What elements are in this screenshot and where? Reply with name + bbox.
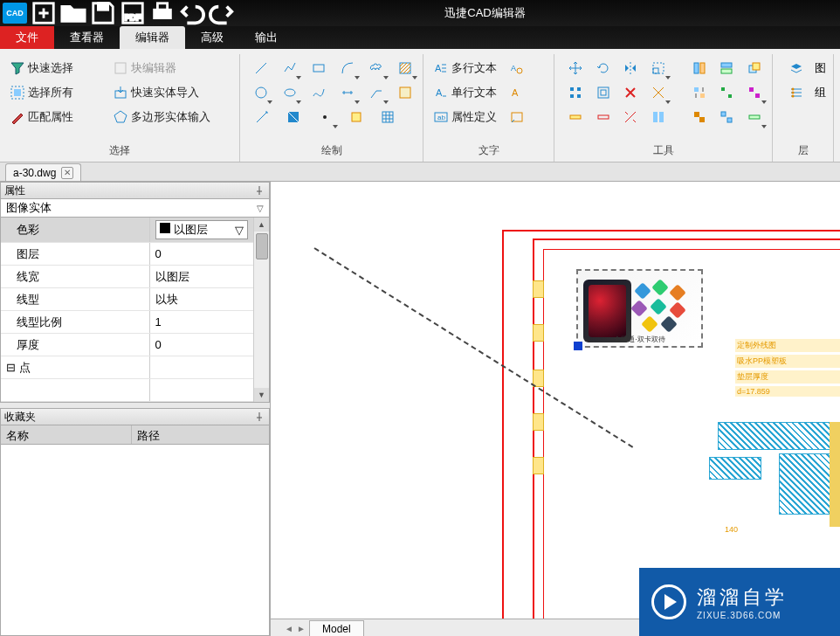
revision-cloud-tool[interactable] <box>367 58 387 79</box>
break-tool[interactable] <box>565 107 586 128</box>
menu-file[interactable]: 文件 <box>0 26 54 49</box>
menu-bar: 文件 查看器 编辑器 高级 输出 <box>0 26 840 49</box>
polyline-tool[interactable] <box>279 58 300 79</box>
circle-tool[interactable] <box>251 82 271 103</box>
multiline-text-button[interactable]: A多行文本 <box>430 59 500 78</box>
redo-button[interactable] <box>209 3 235 24</box>
group-tool[interactable] <box>689 107 710 128</box>
save-button[interactable] <box>90 3 116 24</box>
menu-viewer[interactable]: 查看器 <box>54 26 120 49</box>
rotate-tool[interactable] <box>593 58 614 79</box>
prop-layer-value[interactable]: 0 <box>149 243 253 266</box>
hatch-tool[interactable] <box>396 58 416 79</box>
scale-tool[interactable] <box>648 58 669 79</box>
offset-tool[interactable] <box>593 82 614 103</box>
menu-output[interactable]: 输出 <box>239 26 293 49</box>
chamfer-tool[interactable] <box>744 82 765 103</box>
prop-thickness-value[interactable]: 0 <box>149 334 253 356</box>
favorites-list[interactable] <box>0 445 270 636</box>
prop-layer-key: 图层 <box>1 243 149 266</box>
pin-icon[interactable] <box>253 411 265 423</box>
table-tool[interactable] <box>376 107 399 128</box>
join-tool[interactable] <box>593 107 614 128</box>
col-name[interactable]: 名称 <box>1 425 132 444</box>
text-find-button[interactable]: A <box>506 58 528 79</box>
copy-tool[interactable] <box>744 58 765 79</box>
svg-rect-42 <box>700 93 705 98</box>
document-tab[interactable]: a-30.dwg ✕ <box>5 163 81 181</box>
scroll-up-icon[interactable]: ▲ <box>254 218 269 232</box>
mirror-tool[interactable] <box>620 58 641 79</box>
open-file-button[interactable] <box>60 3 86 24</box>
svg-rect-7 <box>14 89 21 96</box>
leader-tool[interactable] <box>367 82 387 103</box>
extend-tool[interactable] <box>717 58 738 79</box>
close-tab-button[interactable]: ✕ <box>61 167 73 179</box>
print-button[interactable] <box>149 3 176 24</box>
model-tab[interactable]: Model <box>309 620 364 636</box>
undo-button[interactable] <box>179 3 205 24</box>
new-file-button[interactable] <box>31 3 57 24</box>
menu-advanced[interactable]: 高级 <box>185 26 239 49</box>
col-path[interactable]: 路径 <box>132 425 165 444</box>
menu-editor[interactable]: 编辑器 <box>120 26 185 49</box>
stretch-tool[interactable] <box>620 107 641 128</box>
array-tool[interactable] <box>565 82 586 103</box>
entity-type-value: 图像实体 <box>6 200 52 216</box>
prop-point-key[interactable]: ⊟ 点 <box>1 356 149 379</box>
svg-rect-5 <box>157 3 167 10</box>
attr-def-button[interactable]: ab属性定义 <box>430 107 500 127</box>
layer-states-button[interactable] <box>785 82 808 103</box>
quick-entity-import-button[interactable]: 快速实体导入 <box>110 83 203 102</box>
ellipse-tool[interactable] <box>279 82 300 103</box>
align-tool[interactable] <box>689 82 710 103</box>
insert-block-tool[interactable] <box>345 107 368 128</box>
dimension-tool[interactable] <box>338 82 358 103</box>
pin-icon[interactable] <box>253 184 265 197</box>
rectangle-tool[interactable] <box>308 58 328 79</box>
property-scrollbar[interactable]: ▲ ▼ <box>253 218 269 402</box>
text-icon: A <box>434 86 448 100</box>
entity-type-select[interactable]: 图像实体 ▽ <box>0 198 270 218</box>
gradient-tool[interactable] <box>282 107 305 128</box>
lengthen-tool[interactable] <box>648 107 669 128</box>
image-entity[interactable]: 全网通·双卡双待 <box>576 269 703 348</box>
text-style-button[interactable]: A <box>506 82 528 103</box>
line-tool[interactable] <box>251 58 271 79</box>
move-tool[interactable] <box>565 58 586 79</box>
svg-rect-14 <box>400 87 410 98</box>
divide-tool[interactable] <box>744 107 765 128</box>
svg-rect-35 <box>570 87 574 91</box>
selection-handle[interactable] <box>574 342 582 350</box>
spline-tool[interactable] <box>308 82 328 103</box>
tree-collapse-icon[interactable]: ⊟ <box>6 361 16 374</box>
tab-prev-icon[interactable]: ◄ <box>283 620 295 636</box>
panel-title: 收藏夹 <box>4 410 36 425</box>
singleline-text-button[interactable]: A单行文本 <box>430 83 500 102</box>
boundary-tool[interactable] <box>396 82 416 103</box>
point-tool[interactable] <box>313 107 336 128</box>
tab-next-icon[interactable]: ► <box>295 620 307 636</box>
prop-color-value-cell[interactable]: 以图层▽ <box>149 218 253 243</box>
scroll-down-icon[interactable]: ▼ <box>254 388 269 402</box>
text-edit-button[interactable] <box>506 107 528 128</box>
layer-props-button[interactable] <box>785 58 808 79</box>
ungroup-tool[interactable] <box>717 107 738 128</box>
polygon-entity-input-button[interactable]: 多边形实体输入 <box>110 107 214 127</box>
prop-ltscale-value[interactable]: 1 <box>149 311 253 334</box>
match-props-button[interactable]: 匹配属性 <box>7 107 77 127</box>
select-all-button[interactable]: 选择所有 <box>7 83 77 102</box>
trim-tool[interactable] <box>689 58 710 79</box>
svg-rect-8 <box>115 63 126 73</box>
explode-tool[interactable] <box>648 82 669 103</box>
erase-tool[interactable] <box>620 82 641 103</box>
scroll-thumb[interactable] <box>256 233 268 259</box>
prop-linetype-value[interactable]: 以块 <box>149 288 253 311</box>
prop-lineweight-value[interactable]: 以图层 <box>149 266 253 288</box>
quick-select-button[interactable]: 快速选择 <box>7 59 77 78</box>
svg-rect-34 <box>753 63 760 70</box>
arc-tool[interactable] <box>338 58 358 79</box>
save-pdf-button[interactable]: PDF <box>120 3 146 24</box>
ray-tool[interactable] <box>251 107 273 128</box>
fillet-tool[interactable] <box>717 82 738 103</box>
